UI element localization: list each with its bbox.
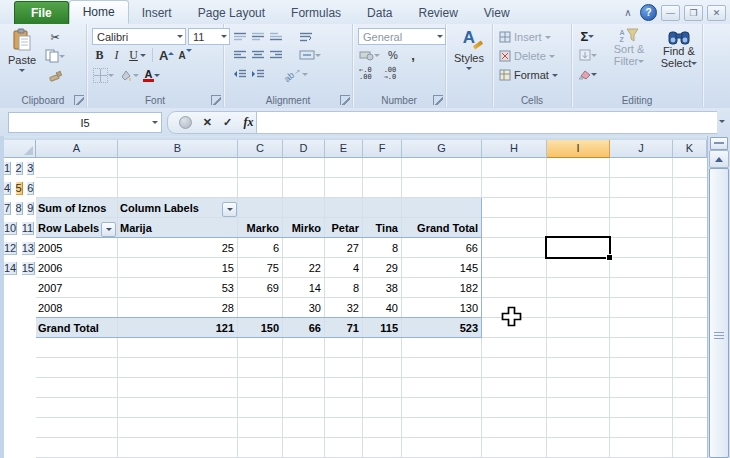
font-color-button[interactable]: A (142, 67, 161, 83)
name-box[interactable]: I5 (8, 112, 162, 133)
cell-G9[interactable]: 523 (402, 318, 481, 338)
cell-E6[interactable]: 4 (325, 258, 362, 278)
col-header-G[interactable]: G (402, 140, 482, 158)
col-header-I[interactable]: I (547, 140, 610, 158)
orientation-button[interactable]: ab→ (282, 66, 309, 82)
col-header-K[interactable]: K (673, 140, 707, 158)
number-dialog-launcher-icon[interactable] (433, 95, 443, 105)
cell-D7[interactable]: 14 (283, 278, 324, 298)
number-format-select[interactable]: General (358, 28, 446, 45)
cell-C5[interactable]: 6 (238, 238, 282, 258)
enter-icon[interactable]: ✓ (223, 116, 232, 129)
wrap-text-button[interactable] (298, 29, 314, 45)
row-header-5[interactable]: 5 (16, 182, 23, 195)
cell-C9[interactable]: 150 (238, 318, 282, 338)
cell-E8[interactable]: 32 (325, 298, 362, 318)
cell-G4[interactable]: Grand Total (402, 218, 481, 238)
shrink-font-button[interactable]: A (177, 47, 192, 63)
merge-center-button[interactable] (298, 47, 322, 63)
cell-G8[interactable]: 130 (402, 298, 481, 318)
tab-file[interactable]: File (14, 1, 69, 24)
formula-input[interactable] (256, 111, 717, 134)
row-header-4[interactable]: 4 (4, 182, 11, 195)
align-center-button[interactable] (250, 47, 266, 63)
underline-button[interactable]: U (126, 47, 147, 63)
tab-view[interactable]: View (471, 2, 523, 24)
increase-decimal-button[interactable]: ←.0.00 (358, 66, 373, 82)
col-header-B[interactable]: B (118, 140, 238, 158)
decrease-decimal-button[interactable]: .00→.0 (383, 66, 398, 82)
paste-button[interactable]: Paste (4, 28, 40, 86)
tab-formulas[interactable]: Formulas (278, 2, 354, 24)
increase-indent-button[interactable] (250, 66, 266, 82)
cell-C6[interactable]: 75 (238, 258, 282, 278)
insert-cells-button[interactable]: Insert (499, 29, 551, 45)
cell-G5[interactable]: 66 (402, 238, 481, 258)
font-name-select[interactable]: Calibri (92, 28, 186, 45)
autosum-button[interactable]: Σ (577, 28, 598, 44)
col-header-D[interactable]: D (283, 140, 325, 158)
sort-filter-button[interactable]: AZ Sort & Filter (604, 28, 654, 67)
paste-dropdown-icon[interactable] (19, 69, 25, 75)
cell-C4[interactable]: Marko (238, 218, 282, 238)
accounting-format-button[interactable] (358, 47, 381, 63)
cell-B7[interactable]: 53 (118, 278, 237, 298)
cut-button[interactable]: ✂ (44, 29, 66, 45)
cell-E5[interactable]: 27 (325, 238, 362, 258)
cell-A5[interactable]: 2005 (38, 238, 116, 258)
cell-grid[interactable]: Sum of Iznos Column Labels Row Labels Ma… (36, 158, 707, 458)
row-header-14[interactable]: 14 (4, 262, 17, 275)
cell-E7[interactable]: 8 (325, 278, 362, 298)
row-header-11[interactable]: 11 (22, 222, 34, 235)
fill-button[interactable] (577, 47, 598, 63)
cell-B6[interactable]: 15 (118, 258, 237, 278)
name-box-dropdown-icon[interactable] (152, 121, 158, 127)
help-icon[interactable]: ? (640, 4, 657, 21)
align-left-button[interactable] (232, 47, 248, 63)
selected-cell-I5[interactable] (545, 236, 611, 259)
delete-cells-button[interactable]: Delete (499, 48, 555, 64)
cell-D4[interactable]: Mirko (283, 218, 324, 238)
cell-F5[interactable]: 8 (363, 238, 401, 258)
collapse-ribbon-icon[interactable]: ∧ (620, 6, 636, 20)
row-header-3[interactable]: 3 (27, 162, 34, 175)
fill-color-button[interactable] (117, 67, 140, 83)
col-header-F[interactable]: F (363, 140, 402, 158)
insert-function-icon[interactable]: fx (243, 115, 253, 130)
bold-button[interactable]: B (92, 47, 107, 63)
borders-button[interactable] (92, 67, 115, 83)
cell-B9[interactable]: 121 (118, 318, 237, 338)
tab-review[interactable]: Review (405, 2, 470, 24)
row-header-9[interactable]: 9 (27, 202, 34, 215)
cell-F7[interactable]: 38 (363, 278, 401, 298)
cell-A4[interactable]: Row Labels (38, 218, 100, 238)
split-handle[interactable] (710, 137, 728, 150)
cell-A3[interactable]: Sum of Iznos (38, 198, 117, 218)
cell-G7[interactable]: 182 (402, 278, 481, 298)
cell-B5[interactable]: 25 (118, 238, 237, 258)
tab-insert[interactable]: Insert (129, 2, 185, 24)
cell-A6[interactable]: 2006 (38, 258, 116, 278)
cell-G6[interactable]: 145 (402, 258, 481, 278)
scrollbar-thumb[interactable] (709, 168, 729, 458)
cell-D6[interactable]: 22 (283, 258, 324, 278)
col-header-J[interactable]: J (610, 140, 673, 158)
comma-style-button[interactable]: , (405, 47, 421, 63)
alignment-dialog-launcher-icon[interactable] (340, 95, 350, 105)
cell-F6[interactable]: 29 (363, 258, 401, 278)
row-header-7[interactable]: 7 (4, 202, 11, 215)
cell-B3[interactable]: Column Labels (120, 198, 220, 218)
row-header-6[interactable]: 6 (27, 182, 34, 195)
tab-page-layout[interactable]: Page Layout (185, 2, 278, 24)
cell-D9[interactable]: 66 (283, 318, 324, 338)
percent-style-button[interactable]: % (383, 47, 403, 63)
col-header-H[interactable]: H (482, 140, 547, 158)
decrease-indent-button[interactable] (232, 66, 248, 82)
cell-C8[interactable] (238, 298, 282, 318)
row-header-8[interactable]: 8 (16, 202, 23, 215)
styles-button[interactable]: A Styles (449, 28, 489, 98)
align-right-button[interactable] (268, 47, 284, 63)
italic-button[interactable]: I (109, 47, 124, 63)
format-painter-button[interactable] (44, 67, 66, 83)
cell-B4[interactable]: Marija (120, 218, 220, 238)
